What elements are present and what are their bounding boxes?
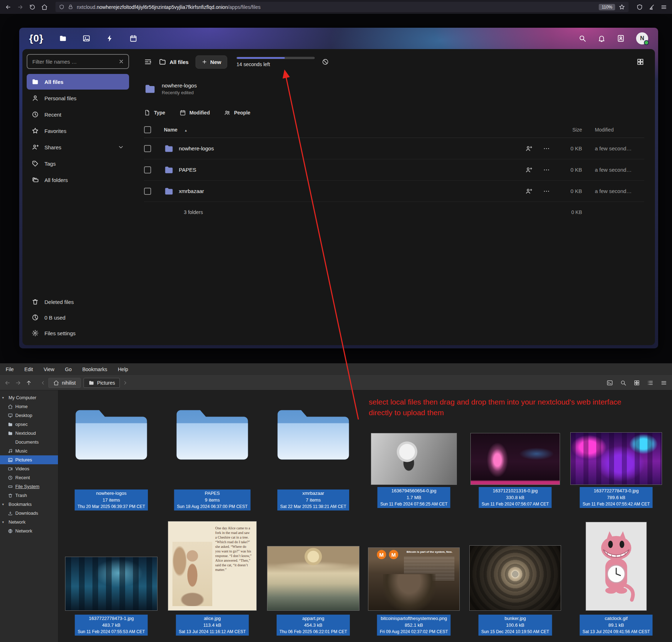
nextcloud-logo[interactable]: {0} (29, 33, 43, 44)
open-terminal-icon[interactable] (607, 380, 613, 386)
clear-filter-icon[interactable] (118, 59, 124, 64)
sidebar-item-shares[interactable]: Shares (27, 139, 129, 155)
table-row[interactable]: nowhere-logos 0 KB a few second… (144, 138, 644, 159)
sidebar-item-deleted-files[interactable]: Deleted files (27, 294, 129, 310)
url-bar[interactable]: nxtcloud.nowherejezfoltodf4jiyl6r56jnzin… (55, 2, 629, 12)
image-thumbnail[interactable] (470, 433, 560, 485)
browser-reload-icon[interactable] (29, 4, 36, 10)
tree-item-home[interactable]: Home (0, 402, 58, 411)
activity-app-icon[interactable] (106, 34, 114, 42)
file-name[interactable]: PAPES (179, 167, 196, 173)
cancel-upload-icon[interactable] (322, 58, 329, 65)
row-actions-icon[interactable] (543, 188, 550, 195)
tree-header-bookmarks[interactable]: Bookmarks (0, 500, 58, 509)
image-thumbnail[interactable]: M M Bitcoin is part of the system, Neo. (368, 547, 460, 611)
image-thumbnail[interactable] (586, 522, 647, 611)
menu-view[interactable]: View (44, 367, 54, 372)
file-label[interactable]: xmrbazaar 7 items Sat 22 Mar 2025 11:38:… (277, 489, 349, 510)
sidebar-item-tags[interactable]: Tags (27, 156, 129, 171)
tree-header-my-computer[interactable]: My Computer (0, 393, 58, 402)
tree-item-network[interactable]: Network (0, 526, 58, 535)
path-button-pictures[interactable]: Pictures (84, 378, 120, 388)
image-thumbnail[interactable] (570, 432, 662, 485)
browser-back-icon[interactable] (5, 4, 11, 10)
folder-icon-large[interactable] (174, 403, 250, 467)
grid-view-toggle-icon[interactable] (636, 58, 644, 66)
onion-shield-icon[interactable] (59, 4, 64, 10)
search-icon[interactable] (578, 34, 586, 42)
sidebar-item-all-files[interactable]: All files (27, 74, 129, 90)
browser-menu-icon[interactable] (661, 4, 667, 10)
browser-home-icon[interactable] (41, 4, 48, 10)
tree-item-recent[interactable]: Recent (0, 473, 58, 482)
path-button-home[interactable]: nihilist (48, 378, 81, 388)
file-name[interactable]: nowhere-logos (179, 145, 214, 151)
bookmark-star-icon[interactable] (619, 4, 625, 10)
size-column-header[interactable]: Size (550, 127, 582, 133)
calendar-app-icon[interactable] (129, 34, 137, 42)
tree-item-trash[interactable]: Trash (0, 491, 58, 500)
browser-forward-icon[interactable] (17, 4, 23, 10)
filter-chip-type[interactable]: Type (144, 109, 165, 116)
tree-item-videos[interactable]: Videos (0, 464, 58, 473)
protection-shield-icon[interactable] (636, 4, 643, 10)
image-thumbnail[interactable] (469, 545, 561, 611)
sidebar-item-personal-files[interactable]: Personal files (27, 90, 129, 106)
chevron-down-icon[interactable] (118, 144, 124, 150)
search-icon[interactable] (620, 380, 626, 386)
row-checkbox[interactable] (144, 188, 151, 195)
table-row[interactable]: xmrbazaar 0 KB a few second… (144, 181, 644, 202)
path-scroll-left-icon[interactable] (41, 380, 46, 385)
file-grid-view[interactable]: nowhere-logos 17 items Thu 20 Mar 2025 0… (58, 390, 672, 642)
avatar[interactable]: N (636, 32, 648, 44)
file-label[interactable]: nowhere-logos 17 items Thu 20 Mar 2025 0… (75, 489, 148, 510)
folder-icon-large[interactable] (275, 403, 351, 467)
sidebar-item-quota[interactable]: 0 B used (27, 310, 129, 325)
image-thumbnail[interactable] (267, 546, 359, 611)
tree-item-desktop[interactable]: Desktop (0, 411, 58, 420)
tree-item-music[interactable]: Music (0, 446, 58, 455)
path-scroll-right-icon[interactable] (123, 380, 128, 385)
image-thumbnail[interactable]: One day Alice came to a fork in the road… (168, 521, 257, 611)
breadcrumb[interactable]: All files (159, 58, 188, 65)
new-button[interactable]: New (196, 55, 227, 69)
name-column-header[interactable]: Name (164, 127, 177, 133)
tree-item-file-system[interactable]: File System (0, 482, 58, 491)
photos-app-icon[interactable] (82, 34, 90, 42)
row-actions-icon[interactable] (543, 145, 550, 152)
file-label[interactable]: catclock.gif 89.1 kB Sat 13 Jul 2024 09:… (580, 615, 652, 636)
more-options-icon[interactable] (661, 380, 667, 386)
tree-item-nextcloud[interactable]: Nextcloud (0, 429, 58, 438)
file-label[interactable]: bitcoinispartofthesystemneo.png 852.1 kB… (377, 615, 450, 636)
list-view-icon[interactable] (647, 380, 654, 386)
file-label[interactable]: appart.png 454.3 kB Thu 06 Feb 2025 06:2… (277, 615, 350, 636)
tree-item-pictures[interactable]: Pictures (0, 455, 58, 464)
file-label[interactable]: 1637722778473-1.jpg 483.7 kB Sun 11 Feb … (75, 615, 148, 636)
sidebar-item-recent[interactable]: Recent (27, 107, 129, 122)
file-label[interactable]: PAPES 9 items Sun 18 Aug 2024 06:37:00 P… (174, 489, 251, 510)
zoom-level-badge[interactable]: 110% (599, 4, 615, 10)
sort-ascending-icon[interactable] (182, 127, 187, 133)
tree-item-downloads[interactable]: Downloads (0, 509, 58, 518)
share-icon[interactable] (525, 166, 532, 173)
menu-bookmarks[interactable]: Bookmarks (82, 367, 107, 372)
sidebar-item-all-folders[interactable]: All folders (27, 172, 129, 188)
image-thumbnail[interactable] (371, 433, 457, 485)
filter-files-input[interactable] (32, 58, 116, 65)
tree-item-opsec[interactable]: opsec (0, 420, 58, 429)
filter-chip-modified[interactable]: Modified (180, 109, 210, 116)
nav-back-icon[interactable] (4, 380, 11, 386)
file-label[interactable]: 1636794560654-0.jpg 1.7 MB Sun 11 Feb 20… (377, 487, 450, 508)
image-thumbnail[interactable] (65, 557, 158, 611)
file-name[interactable]: xmrbazaar (179, 188, 204, 194)
contacts-icon[interactable] (617, 34, 625, 42)
notifications-bell-icon[interactable] (598, 34, 606, 42)
row-checkbox[interactable] (144, 166, 151, 173)
file-label[interactable]: 1637722778473-0.jpg 789.6 kB Sun 11 Feb … (580, 487, 652, 508)
menu-help[interactable]: Help (118, 367, 128, 372)
new-identity-broom-icon[interactable] (649, 4, 655, 10)
sidebar-item-favorites[interactable]: Favorites (27, 123, 129, 139)
icon-view-icon[interactable] (634, 380, 640, 386)
recommended-file-card[interactable]: nowhere-logos Recently edited (144, 82, 644, 95)
row-checkbox[interactable] (144, 145, 151, 152)
